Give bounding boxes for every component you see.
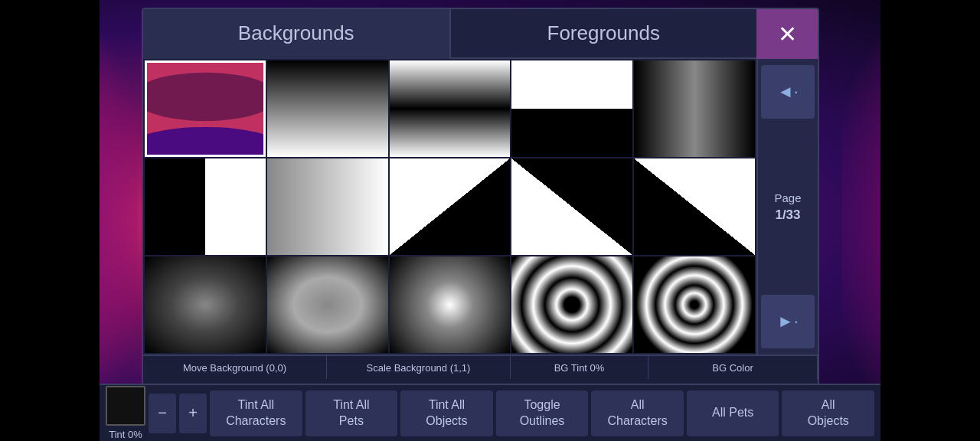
controls-labels: Move Background (0,0) Scale Background (… <box>143 356 818 379</box>
bg-cell-4[interactable] <box>511 60 632 157</box>
scale-label: Scale Background (1,1) <box>327 356 511 379</box>
all-characters-button[interactable]: All Characters <box>591 390 684 436</box>
pagination-sidebar: ◄· Page 1/33 ►· <box>756 59 818 354</box>
bg-cell-12[interactable] <box>267 256 388 353</box>
bg-cell-1[interactable] <box>145 60 266 157</box>
bottom-tint-label: Tint 0% <box>109 429 142 440</box>
bottom-plus-button[interactable]: + <box>179 394 207 433</box>
bg-cell-7[interactable] <box>267 158 388 255</box>
bottom-toolbar: Tint 0% − + Tint All Characters Tint All… <box>100 384 880 441</box>
bg-cell-6[interactable] <box>145 158 266 255</box>
all-objects-button[interactable]: All Objects <box>782 390 874 436</box>
page-prev-button[interactable]: ◄· <box>761 65 815 119</box>
tint-all-characters-button[interactable]: Tint All Characters <box>210 390 302 436</box>
bg-cell-15[interactable] <box>634 256 755 353</box>
close-button[interactable]: ✕ <box>756 9 818 59</box>
bg-cell-11[interactable] <box>145 256 266 353</box>
bg-cell-14[interactable] <box>511 256 632 353</box>
bg-cell-8[interactable] <box>390 158 511 255</box>
bottom-tint-col: Tint 0% <box>106 386 145 440</box>
tab-foregrounds[interactable]: Foregrounds <box>451 9 757 59</box>
background-grid <box>143 59 756 354</box>
toggle-outlines-button[interactable]: Toggle Outlines <box>496 390 589 436</box>
tint-all-objects-button[interactable]: Tint All Objects <box>400 390 493 436</box>
bg-cell-13[interactable] <box>390 256 511 353</box>
tab-backgrounds[interactable]: Backgrounds <box>143 9 449 59</box>
color-label: BG Color <box>648 356 818 379</box>
main-panel: Backgrounds Foregrounds ✕ <box>142 8 819 433</box>
move-label: Move Background (0,0) <box>143 356 327 379</box>
black-bar-left <box>0 0 100 441</box>
bg-cell-2[interactable] <box>267 60 388 157</box>
tint-label: BG Tint 0% <box>511 356 648 379</box>
content-area: ◄· Page 1/33 ►· <box>143 59 818 354</box>
black-bar-right <box>880 0 980 441</box>
all-pets-button[interactable]: All Pets <box>687 390 779 436</box>
page-next-button[interactable]: ►· <box>761 295 815 348</box>
tint-all-pets-button[interactable]: Tint All Pets <box>305 390 398 436</box>
tab-bar: Backgrounds Foregrounds ✕ <box>143 9 818 59</box>
bg-cell-5[interactable] <box>634 60 755 157</box>
bg-cell-10[interactable] <box>634 158 755 255</box>
bg-cell-9[interactable] <box>511 158 632 255</box>
page-info: Page 1/33 <box>774 125 801 289</box>
bg-cell-3[interactable] <box>390 60 511 157</box>
bottom-tint-square[interactable] <box>106 386 145 426</box>
bottom-minus-button[interactable]: − <box>149 394 176 433</box>
